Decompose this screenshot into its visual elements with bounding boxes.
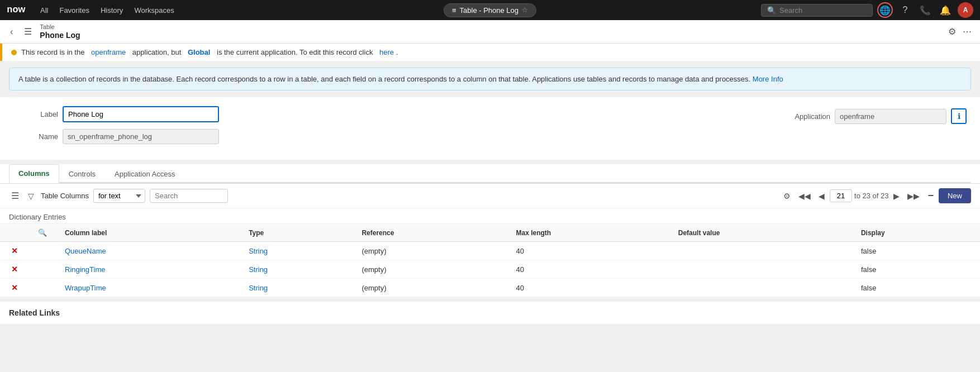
toolbar-search-input[interactable]: [150, 189, 228, 203]
name-field-label: Name: [13, 132, 58, 141]
toolbar-next-page-btn[interactable]: ▶: [891, 190, 902, 202]
col-type-header: Type: [240, 224, 353, 242]
label-field-input[interactable]: [63, 106, 219, 122]
row1-label-link[interactable]: QueueName: [65, 247, 106, 255]
more-icon-btn[interactable]: ⋯: [961, 25, 973, 39]
toolbar-label: Table Columns: [41, 192, 89, 200]
form-section: Label Name sn_openframe_phone_log Applic…: [0, 97, 980, 160]
row1-search-cell: [29, 242, 56, 260]
col-search-header: 🔍: [29, 224, 56, 242]
label-field-label: Label: [13, 110, 58, 118]
alert-dot: [11, 50, 17, 55]
row2-label-link[interactable]: RingingTime: [65, 265, 106, 274]
application-value: openframe: [835, 109, 946, 124]
page-info-text: to 23 of 23: [854, 192, 888, 200]
row2-display-cell: false: [852, 260, 980, 279]
row3-delete-btn[interactable]: ✕: [9, 283, 20, 292]
toolbar-remove-btn[interactable]: −: [925, 188, 936, 203]
row3-defaultvalue-cell: [669, 279, 852, 297]
back-button[interactable]: ‹: [7, 26, 16, 38]
alert-bar: This record is in the openframe applicat…: [0, 44, 980, 61]
col-delete-header: [0, 224, 29, 242]
toolbar-menu-icon[interactable]: ☰: [9, 189, 21, 202]
label-row: Label: [13, 106, 219, 122]
new-button[interactable]: New: [939, 188, 971, 203]
more-info-link[interactable]: More Info: [753, 75, 783, 83]
nav-workspaces[interactable]: Workspaces: [130, 4, 178, 17]
row1-type-cell: String: [240, 242, 353, 260]
table-icon: ≡: [452, 6, 456, 15]
tab-columns[interactable]: Columns: [9, 164, 59, 183]
row2-maxlength-cell: 40: [507, 260, 669, 279]
phone-icon-btn[interactable]: 📞: [917, 2, 933, 18]
main-content: This record is in the openframe applicat…: [0, 44, 980, 372]
alert-global-link[interactable]: Global: [188, 48, 210, 56]
top-nav: now All Favorites History Workspaces ≡ T…: [0, 0, 980, 20]
now-logo[interactable]: now: [7, 4, 27, 17]
table-label: Table: [40, 23, 80, 31]
row3-maxlength-cell: 40: [507, 279, 669, 297]
nav-links: All Favorites History Workspaces: [36, 4, 179, 17]
help-icon-btn[interactable]: ?: [897, 2, 913, 18]
svg-text:now: now: [7, 4, 25, 14]
col-display-header: Display: [852, 224, 980, 242]
dict-header: Dictionary Entries: [0, 208, 980, 224]
nav-all[interactable]: All: [36, 4, 53, 17]
toolbar-prev-page-btn[interactable]: ◀: [816, 190, 827, 202]
row3-label-cell: WrapupTime: [56, 279, 240, 297]
application-info-btn[interactable]: ℹ: [951, 108, 967, 124]
nav-history[interactable]: History: [96, 4, 127, 17]
row3-type-cell: String: [240, 279, 353, 297]
globe-icon-btn[interactable]: 🌐: [877, 2, 893, 18]
toolbar-filter-select[interactable]: for text for number for date for all: [93, 189, 145, 203]
row1-defaultvalue-cell: [669, 242, 852, 260]
row3-type-link[interactable]: String: [249, 284, 268, 292]
table-row: ✕ QueueName String (empty) 40 false: [0, 242, 980, 260]
toolbar-last-page-btn[interactable]: ▶▶: [905, 190, 922, 202]
row2-label-cell: RingingTime: [56, 260, 240, 279]
name-field-value: sn_openframe_phone_log: [63, 129, 219, 144]
row2-search-cell: [29, 260, 56, 279]
row1-reference-cell: (empty): [353, 242, 507, 260]
toolbar-first-page-btn[interactable]: ◀◀: [796, 190, 814, 202]
tabs-section: Columns Controls Application Access: [0, 164, 980, 184]
global-search-bar[interactable]: 🔍: [761, 4, 873, 17]
star-icon[interactable]: ☆: [522, 6, 528, 14]
application-label: Application: [786, 112, 830, 121]
tab-controls[interactable]: Controls: [59, 164, 105, 183]
tabs-bar: Columns Controls Application Access: [9, 164, 971, 183]
row2-reference-cell: (empty): [353, 260, 507, 279]
row3-display-cell: false: [852, 279, 980, 297]
breadcrumb: Table Phone Log: [40, 23, 80, 40]
table-name: Phone Log: [40, 31, 80, 40]
tab-application-access[interactable]: Application Access: [105, 164, 184, 183]
col-reference-header: Reference: [353, 224, 507, 242]
row2-type-link[interactable]: String: [249, 265, 268, 274]
page-number-input[interactable]: [830, 189, 852, 202]
row1-type-link[interactable]: String: [249, 247, 268, 255]
toolbar-right: ⚙ ◀◀ ◀ to 23 of 23 ▶ ▶▶ − New: [781, 188, 971, 203]
related-links-section: Related Links: [0, 302, 980, 324]
row1-label-cell: QueueName: [56, 242, 240, 260]
row1-delete-cell: ✕: [0, 242, 29, 260]
alert-here-link[interactable]: here: [379, 48, 394, 56]
nav-favorites[interactable]: Favorites: [55, 4, 93, 17]
alert-app-link[interactable]: openframe: [91, 48, 126, 56]
row3-label-link[interactable]: WrapupTime: [65, 284, 106, 292]
global-search-input[interactable]: [779, 6, 867, 15]
settings-icon-btn[interactable]: ⚙: [946, 25, 958, 39]
hamburger-button[interactable]: ☰: [21, 25, 35, 38]
row1-delete-btn[interactable]: ✕: [9, 246, 20, 255]
sub-header: ‹ ☰ Table Phone Log ⚙ ⋯: [0, 20, 980, 44]
avatar[interactable]: A: [958, 2, 973, 18]
col-label-header: Column label: [56, 224, 240, 242]
search-icon: 🔍: [767, 6, 776, 15]
row2-type-cell: String: [240, 260, 353, 279]
row2-delete-btn[interactable]: ✕: [9, 265, 20, 274]
table-row: ✕ RingingTime String (empty) 40 false: [0, 260, 980, 279]
bell-icon-btn[interactable]: 🔔: [938, 2, 953, 18]
table-toolbar: ☰ ▽ Table Columns for text for number fo…: [0, 184, 980, 208]
toolbar-settings-btn[interactable]: ⚙: [781, 190, 793, 202]
table-title-btn[interactable]: ≡ Table - Phone Log ☆: [444, 3, 536, 17]
toolbar-filter-icon[interactable]: ▽: [26, 190, 36, 202]
